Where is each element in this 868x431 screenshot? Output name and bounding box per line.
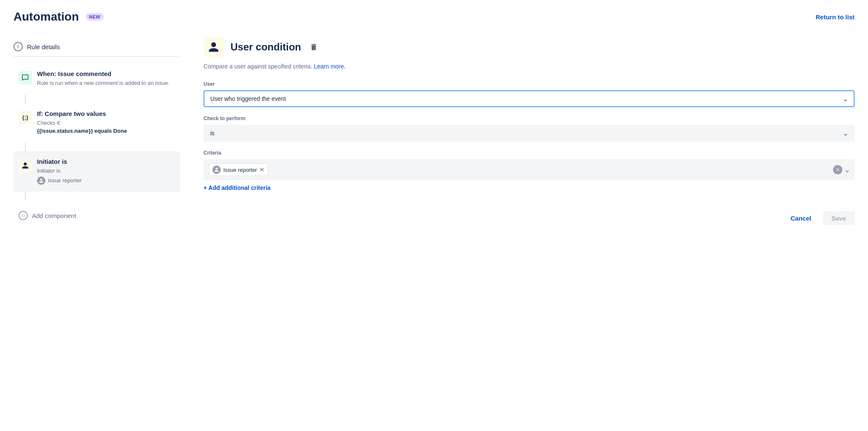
sidebar-item-when-issue-commented[interactable]: When: Issue commented Rule is run when a… (13, 63, 180, 94)
sidebar-rule-details[interactable]: i Rule details (13, 37, 180, 57)
connector-line-3 (25, 192, 26, 201)
return-to-list-link[interactable]: Return to list (816, 13, 855, 21)
panel-icon (204, 37, 224, 57)
check-select-wrapper: is is not ⌄ (204, 125, 855, 142)
header-left: Automation NEW (13, 10, 104, 24)
check-select[interactable]: is is not (204, 125, 855, 142)
criteria-form-group: Criteria Issue reporter ✕ (204, 150, 855, 191)
criteria-clear-button[interactable] (833, 165, 842, 174)
criteria-tag-remove[interactable]: ✕ (259, 167, 265, 173)
initiator-is-icon (19, 159, 32, 172)
compare-checks-prefix: Checks if: (37, 120, 61, 126)
add-criteria-button[interactable]: + Add additional criteria (204, 184, 270, 191)
compare-values-title: If: Compare two values (37, 110, 175, 117)
new-badge: NEW (86, 13, 104, 21)
user-select-wrapper: User who triggered the event Issue repor… (204, 90, 855, 107)
criteria-field-actions: ⌄ (833, 165, 850, 174)
criteria-tag-avatar (212, 166, 221, 174)
connector-line-1 (25, 95, 26, 103)
compare-checks-bold: {{issue.status.name}} equals Done (37, 128, 127, 134)
header: Automation NEW Return to list (13, 10, 855, 24)
criteria-field[interactable]: Issue reporter ✕ ⌄ (204, 159, 855, 180)
main-content: i Rule details When: Issue commented Rul… (13, 37, 855, 421)
check-label: Check to perform (204, 116, 855, 121)
compare-values-content: If: Compare two values Checks if: {{issu… (37, 110, 175, 135)
criteria-label: Criteria (204, 150, 855, 156)
compare-values-desc: Checks if: {{issue.status.name}} equals … (37, 119, 175, 135)
info-icon: i (13, 42, 23, 51)
initiator-is-content: Initiator is Initiator is Issue reporter (37, 158, 175, 185)
add-component-circle: ○ (19, 211, 28, 220)
check-form-group: Check to perform is is not ⌄ (204, 116, 855, 142)
initiator-is-desc-text: Initiator is (37, 168, 61, 174)
right-panel: User condition Compare a user against sp… (190, 37, 855, 421)
add-component-label: Add component (32, 212, 76, 219)
form-actions: Cancel Save (204, 205, 855, 225)
issue-commented-icon (19, 71, 32, 84)
panel-description: Compare a user against specified criteri… (204, 62, 855, 71)
rule-details-label: Rule details (27, 43, 60, 50)
user-select[interactable]: User who triggered the event Issue repor… (204, 90, 855, 107)
panel-title: User condition (230, 41, 301, 53)
initiator-is-title: Initiator is (37, 158, 175, 165)
page-title: Automation (13, 10, 79, 24)
sidebar-item-initiator-is[interactable]: Initiator is Initiator is Issue reporter (13, 151, 180, 192)
issue-commented-title: When: Issue commented (37, 70, 175, 77)
user-form-group: User User who triggered the event Issue … (204, 81, 855, 107)
cancel-button[interactable]: Cancel (784, 211, 818, 225)
criteria-chevron[interactable]: ⌄ (844, 165, 850, 174)
panel-header: User condition (204, 37, 855, 57)
panel-description-text: Compare a user against specified criteri… (204, 63, 312, 70)
user-label: User (204, 81, 855, 87)
reporter-avatar (37, 176, 45, 185)
connector-line-2 (25, 143, 26, 151)
criteria-tag-label: Issue reporter (223, 167, 257, 173)
initiator-is-sub: Issue reporter (37, 176, 175, 185)
initiator-is-desc: Initiator is Issue reporter (37, 167, 175, 185)
criteria-tag: Issue reporter ✕ (209, 163, 268, 176)
sidebar: i Rule details When: Issue commented Rul… (13, 37, 190, 421)
add-component-button[interactable]: ○ Add component (13, 204, 180, 227)
issue-commented-content: When: Issue commented Rule is run when a… (37, 70, 175, 87)
sidebar-item-if-compare[interactable]: {;} If: Compare two values Checks if: {{… (13, 103, 180, 142)
delete-button[interactable] (308, 41, 320, 53)
learn-more-link[interactable]: Learn more. (314, 63, 345, 70)
save-button[interactable]: Save (823, 211, 855, 225)
issue-commented-desc: Rule is run when a new comment is added … (37, 79, 175, 87)
initiator-sub-label: Issue reporter (48, 176, 82, 185)
compare-values-icon: {;} (19, 111, 32, 124)
